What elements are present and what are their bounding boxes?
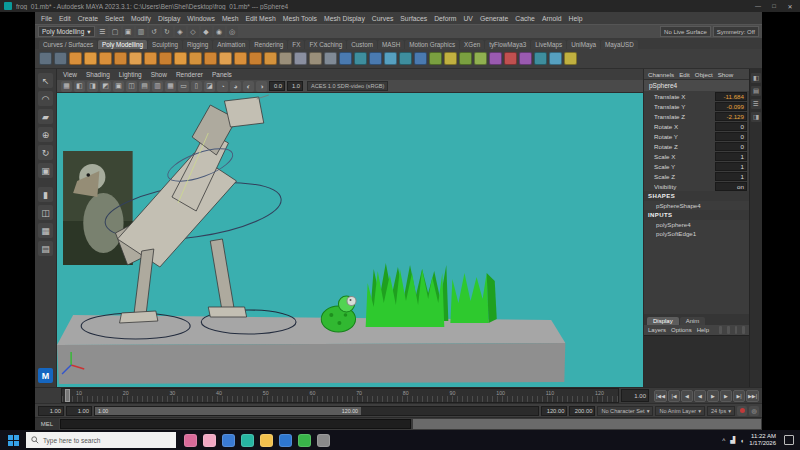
viewport-toolbar-icon[interactable]: ◔ xyxy=(217,81,228,92)
sidebar-toggle-icon[interactable]: ☰ xyxy=(751,99,761,109)
playback-button[interactable]: ▶ xyxy=(720,390,732,402)
viewport-toolbar-icon[interactable]: ◐ xyxy=(243,81,254,92)
pane-layout-button[interactable]: ▦ xyxy=(38,223,53,238)
layer-list[interactable] xyxy=(644,335,749,387)
viewport-toolbar-icon[interactable]: ▦ xyxy=(61,81,72,92)
sidebar-toggle-icon[interactable]: ◨ xyxy=(751,112,761,122)
layer-editor-tab[interactable]: Anim xyxy=(680,317,706,325)
menu-item[interactable]: Windows xyxy=(187,15,215,22)
viewport-toolbar-icon[interactable]: ▥ xyxy=(152,81,163,92)
shelf-icon[interactable] xyxy=(324,52,337,65)
taskbar-app-icon[interactable] xyxy=(260,434,273,447)
menu-item[interactable]: Display xyxy=(158,15,180,22)
channel-value-field[interactable]: 0 xyxy=(715,142,747,151)
channel-row[interactable]: Scale Y 1 xyxy=(644,161,749,171)
status-line-icon[interactable]: ↻ xyxy=(162,26,173,37)
shelf-tab[interactable]: FX Caching xyxy=(305,40,346,49)
shelf-icon[interactable] xyxy=(249,52,262,65)
shelf-icon[interactable] xyxy=(549,52,562,65)
menu-item[interactable]: Mesh xyxy=(222,15,239,22)
command-line-language-toggle[interactable]: MEL xyxy=(35,418,59,430)
taskbar-app-icon[interactable] xyxy=(203,434,216,447)
playback-button[interactable]: ◀ xyxy=(694,390,706,402)
status-line-icon[interactable]: ▣ xyxy=(123,26,134,37)
shelf-icon[interactable] xyxy=(519,52,532,65)
viewport-toolbar-icon[interactable]: ◧ xyxy=(74,81,85,92)
channel-value-field[interactable]: -0.099 xyxy=(715,102,747,111)
channel-row[interactable]: Scale X 1 xyxy=(644,151,749,161)
menu-item[interactable]: Deform xyxy=(434,15,456,22)
input-node-item[interactable]: polySoftEdge1 xyxy=(644,229,749,238)
tool-icon[interactable]: ▣ xyxy=(38,163,53,178)
shelf-icon[interactable] xyxy=(279,52,292,65)
channel-value-field[interactable]: 1 xyxy=(715,162,747,171)
shelf-icon[interactable] xyxy=(99,52,112,65)
channel-value-field[interactable]: on xyxy=(715,182,747,191)
channel-row[interactable]: Rotate Z 0 xyxy=(644,141,749,151)
menu-item[interactable]: Curves xyxy=(372,15,394,22)
close-button[interactable]: ✕ xyxy=(782,0,798,12)
new-layer-button[interactable] xyxy=(719,326,722,334)
playback-button[interactable]: ▶ xyxy=(707,390,719,402)
taskbar-app-icon[interactable] xyxy=(317,434,330,447)
status-line-icon[interactable]: ◎ xyxy=(227,26,238,37)
channel-row[interactable]: Scale Z 1 xyxy=(644,171,749,181)
current-frame-field[interactable]: 1.00 xyxy=(621,389,649,402)
channel-box-menu-item[interactable]: Edit xyxy=(679,71,690,78)
shelf-icon[interactable] xyxy=(504,52,517,65)
status-line-icon[interactable]: ◈ xyxy=(175,26,186,37)
shelf-icon[interactable] xyxy=(264,52,277,65)
minimize-button[interactable]: — xyxy=(750,0,766,12)
menu-set-dropdown[interactable]: Poly Modelling ▾ xyxy=(38,26,95,37)
shelf-tab[interactable]: tyFlowMaya3 xyxy=(485,40,530,49)
shelf-tab[interactable]: Custom xyxy=(347,40,377,49)
status-line-icon[interactable]: ☰ xyxy=(97,26,108,37)
playback-button[interactable]: ▶| xyxy=(733,390,745,402)
menu-item[interactable]: Create xyxy=(78,15,98,22)
shelf-icon[interactable] xyxy=(144,52,157,65)
pane-layout-button[interactable]: ▮ xyxy=(38,187,53,202)
channel-box-menu-item[interactable]: Show xyxy=(718,71,733,78)
shelf-icon[interactable] xyxy=(54,52,67,65)
playback-end-field[interactable]: 200.00 xyxy=(569,406,595,416)
channel-row[interactable]: Visibility on xyxy=(644,181,749,191)
viewport-toolbar-icon[interactable]: ◑ xyxy=(256,81,267,92)
viewport-toolbar-icon[interactable]: ▭ xyxy=(178,81,189,92)
status-line-icon[interactable]: ▥ xyxy=(136,26,147,37)
channel-value-field[interactable]: 0 xyxy=(715,132,747,141)
shelf-tab[interactable]: LiveMaps xyxy=(531,40,566,49)
gamma-field[interactable]: 1.0 xyxy=(287,81,303,91)
menu-item[interactable]: File xyxy=(41,15,52,22)
shelf-icon[interactable] xyxy=(159,52,172,65)
shelf-icon[interactable] xyxy=(309,52,322,65)
action-center-icon[interactable] xyxy=(784,435,794,445)
panel-menu-item[interactable]: Lighting xyxy=(119,71,142,78)
tool-icon[interactable]: ◠ xyxy=(38,91,53,106)
panel-menu-item[interactable]: Show xyxy=(151,71,167,78)
shelf-icon[interactable] xyxy=(129,52,142,65)
anim-layer-dropdown[interactable]: No Anim Layer ▾ xyxy=(655,406,705,416)
playback-start-field[interactable]: 1.00 xyxy=(38,406,64,416)
taskbar-app-icon[interactable] xyxy=(241,434,254,447)
shelf-icon[interactable] xyxy=(399,52,412,65)
status-line-icon[interactable]: ◆ xyxy=(201,26,212,37)
menu-item[interactable]: Modify xyxy=(131,15,151,22)
pane-layout-button[interactable]: ▤ xyxy=(38,241,53,256)
status-line-icon[interactable]: ◉ xyxy=(214,26,225,37)
status-line-icon[interactable]: ▢ xyxy=(110,26,121,37)
shelf-icon[interactable] xyxy=(174,52,187,65)
shelf-icon[interactable] xyxy=(294,52,307,65)
channel-value-field[interactable]: -11.684 xyxy=(715,92,747,101)
viewport-toolbar-icon[interactable]: ▤ xyxy=(139,81,150,92)
animation-preferences-button[interactable]: ◎ xyxy=(749,406,759,416)
start-button[interactable] xyxy=(0,430,26,450)
tray-expand-caret[interactable]: ^ xyxy=(722,437,725,444)
channel-value-field[interactable]: 1 xyxy=(715,172,747,181)
character-set-dropdown[interactable]: No Character Set ▾ xyxy=(597,406,653,416)
shelf-tab[interactable]: XGen xyxy=(460,40,484,49)
layer-editor-tab[interactable]: Display xyxy=(647,317,679,325)
shelf-tab[interactable]: Sculpting xyxy=(148,40,182,49)
volume-icon[interactable]: ◖ xyxy=(740,437,744,444)
viewport-toolbar-icon[interactable]: ▯ xyxy=(191,81,202,92)
menu-item[interactable]: Mesh Display xyxy=(324,15,365,22)
